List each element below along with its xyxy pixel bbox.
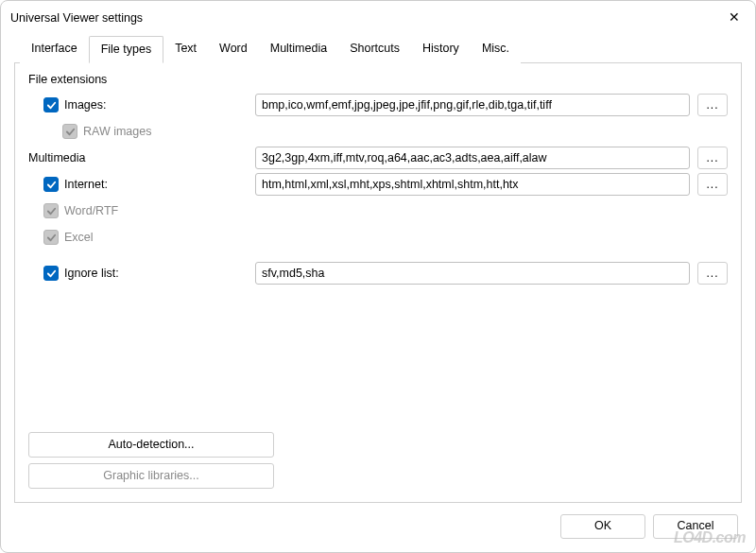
input-multimedia[interactable] [255,147,690,169]
settings-window: Universal Viewer settings ✕ Interface Fi… [0,0,756,553]
tab-panel-file-types: File extensions Images: ... RAW images [14,63,742,503]
label-word-rtf: Word/RTF [64,204,118,217]
label-ignore-list: Ignore list: [64,267,119,280]
checkbox-excel [43,230,59,245]
titlebar: Universal Viewer settings ✕ [1,1,755,31]
row-excel: Excel [28,224,728,251]
label-images: Images: [64,98,106,112]
checkbox-word-rtf [43,203,59,218]
tab-word[interactable]: Word [208,36,259,63]
input-ignore-list[interactable] [255,262,690,285]
row-internet: Internet: ... [28,171,728,198]
tab-multimedia[interactable]: Multimedia [259,36,338,63]
row-raw-images: RAW images [28,118,728,145]
row-images: Images: ... [28,92,728,118]
tab-bar: Interface File types Text Word Multimedi… [14,35,742,63]
browse-internet-button[interactable]: ... [697,173,728,196]
tab-misc[interactable]: Misc. [471,36,521,63]
tab-shortcuts[interactable]: Shortcuts [338,36,411,63]
checkbox-images[interactable] [43,97,59,112]
dialog-footer: OK Cancel [1,503,755,552]
bottom-button-stack: Auto-detection... Graphic libraries... [28,423,274,489]
label-excel: Excel [64,231,94,244]
tab-history[interactable]: History [411,36,471,63]
checkbox-internet[interactable] [43,177,59,192]
row-word-rtf: Word/RTF [28,198,728,224]
checkbox-raw-images [62,124,77,139]
input-images[interactable] [255,94,690,116]
row-multimedia: Multimedia ... [28,145,728,171]
checkbox-ignore-list[interactable] [43,266,59,281]
input-internet[interactable] [255,173,690,196]
section-file-extensions: File extensions [28,73,728,86]
label-internet: Internet: [64,178,108,191]
row-ignore-list: Ignore list: ... [28,260,728,286]
browse-multimedia-button[interactable]: ... [697,147,728,169]
label-raw-images: RAW images [83,125,151,138]
tab-text[interactable]: Text [163,36,208,63]
tab-file-types[interactable]: File types [89,36,164,63]
window-title: Universal Viewer settings [10,11,143,25]
browse-images-button[interactable]: ... [697,94,728,116]
tab-interface[interactable]: Interface [20,36,89,63]
graphic-libraries-button: Graphic libraries... [28,463,274,489]
content-area: Interface File types Text Word Multimedi… [1,31,755,503]
cancel-button[interactable]: Cancel [653,514,738,539]
close-icon[interactable]: ✕ [725,9,744,27]
label-multimedia: Multimedia [28,151,85,164]
browse-ignore-list-button[interactable]: ... [697,262,728,285]
auto-detection-button[interactable]: Auto-detection... [28,432,274,458]
ok-button[interactable]: OK [560,514,645,539]
